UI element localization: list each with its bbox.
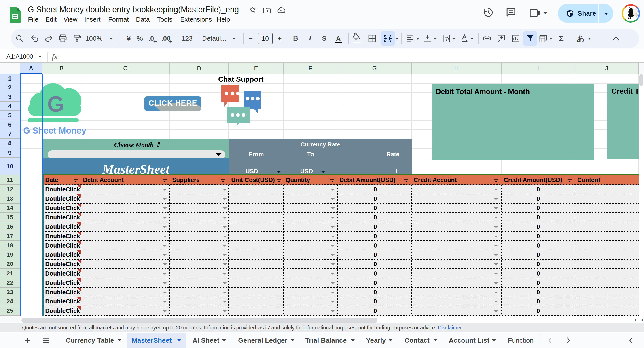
svg-text:G: G <box>47 92 64 116</box>
svg-text:CLICK HERE: CLICK HERE <box>148 99 197 107</box>
